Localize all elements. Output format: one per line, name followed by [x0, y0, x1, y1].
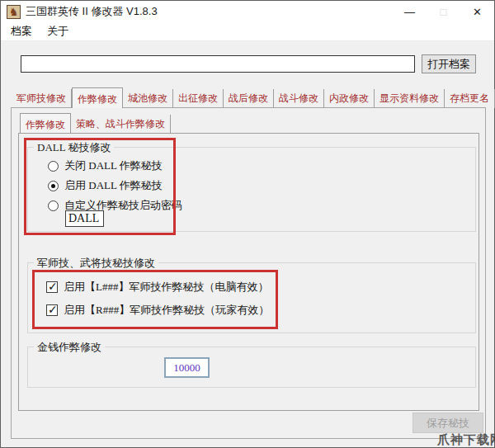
- tab-expedition[interactable]: 出征修改: [173, 89, 224, 108]
- tab-city[interactable]: 城池修改: [123, 89, 173, 108]
- checkbox-icon-l-skill[interactable]: [46, 281, 58, 293]
- subtab-cheat[interactable]: 作弊修改: [20, 113, 71, 133]
- tab-domestic[interactable]: 内政修改: [324, 89, 375, 108]
- minimize-icon[interactable]: —: [393, 1, 427, 22]
- tab-cheat[interactable]: 作弊修改: [72, 87, 123, 108]
- radio-row-dall-off[interactable]: 关闭 DALL 作弊秘技: [48, 158, 163, 173]
- money-group-title: 金钱作弊修改: [34, 340, 105, 355]
- tab-display-data[interactable]: 显示资料修改: [375, 89, 445, 108]
- menu-about[interactable]: 关于: [40, 22, 76, 40]
- save-secret-button[interactable]: 保存秘技: [412, 413, 483, 433]
- sub-tabstrip: 作弊修改 策略、战斗作弊修改: [20, 115, 171, 133]
- main-tabstrip: 军师技修改 作弊修改 城池修改 出征修改 战后修改 战斗修改 内政修改 显示资料…: [12, 89, 495, 108]
- radio-icon-dall-off[interactable]: [48, 161, 59, 172]
- tab-rename-save[interactable]: 存档更名: [445, 89, 495, 108]
- checkbox-icon-r-skill[interactable]: [46, 304, 58, 316]
- menubar: 档案 关于: [1, 22, 494, 41]
- money-groupbox: 金钱作弊修改: [27, 347, 476, 388]
- money-value-input[interactable]: [164, 357, 210, 378]
- app-icon: ♞: [7, 5, 21, 19]
- titlebar: ♞ 三国群英传 II 修改器 V1.8.3 — □ ✕: [1, 1, 494, 22]
- window-title: 三国群英传 II 修改器 V1.8.3: [26, 4, 158, 19]
- radio-icon-dall-custom[interactable]: [48, 200, 59, 211]
- dall-group-title: DALL 秘技修改: [34, 140, 114, 155]
- file-path-input[interactable]: [21, 55, 415, 73]
- checkbox-label-l-skill: 启用【L###】军师技作弊秘技（电脑有效）: [64, 280, 268, 295]
- site-watermark: 爪神下载网: [437, 432, 495, 448]
- open-file-button[interactable]: 打开档案: [422, 54, 476, 73]
- skill-groupbox: 军师技、武将技秘技修改: [27, 262, 476, 333]
- menu-file[interactable]: 档案: [3, 22, 40, 40]
- main-tab-page: 作弊修改 策略、战斗作弊修改 DALL 秘技修改 关闭 DALL 作弊秘技 启用…: [11, 107, 486, 439]
- radio-label-dall-on: 启用 DALL 作弊秘技: [64, 178, 163, 193]
- sub-tab-page: DALL 秘技修改 关闭 DALL 作弊秘技 启用 DALL 作弊秘技 自定义作…: [18, 133, 479, 411]
- tab-advisor-skill[interactable]: 军师技修改: [12, 89, 72, 108]
- dall-password-input[interactable]: [65, 210, 104, 227]
- checkbox-row-l-skill[interactable]: 启用【L###】军师技作弊秘技（电脑有效）: [46, 280, 268, 295]
- checkbox-label-r-skill: 启用【R###】军师技作弊秘技（玩家有效）: [64, 303, 269, 318]
- client-area: 打开档案 军师技修改 作弊修改 城池修改 出征修改 战后修改 战斗修改 内政修改…: [1, 42, 494, 447]
- tab-battle[interactable]: 战斗修改: [274, 89, 324, 108]
- close-icon[interactable]: ✕: [460, 1, 494, 22]
- radio-row-dall-on[interactable]: 启用 DALL 作弊秘技: [48, 178, 163, 193]
- radio-label-dall-off: 关闭 DALL 作弊秘技: [64, 158, 163, 173]
- maximize-icon: □: [427, 1, 460, 22]
- radio-icon-dall-on[interactable]: [48, 181, 59, 191]
- window-controls: — □ ✕: [393, 1, 494, 22]
- skill-group-title: 军师技、武将技秘技修改: [34, 256, 158, 271]
- checkbox-row-r-skill[interactable]: 启用【R###】军师技作弊秘技（玩家有效）: [46, 303, 269, 318]
- tab-postwar[interactable]: 战后修改: [224, 89, 274, 108]
- app-window: ♞ 三国群英传 II 修改器 V1.8.3 — □ ✕ 档案 关于 打开档案 军…: [0, 0, 495, 448]
- subtab-strategy-battle-cheat[interactable]: 策略、战斗作弊修改: [71, 115, 171, 133]
